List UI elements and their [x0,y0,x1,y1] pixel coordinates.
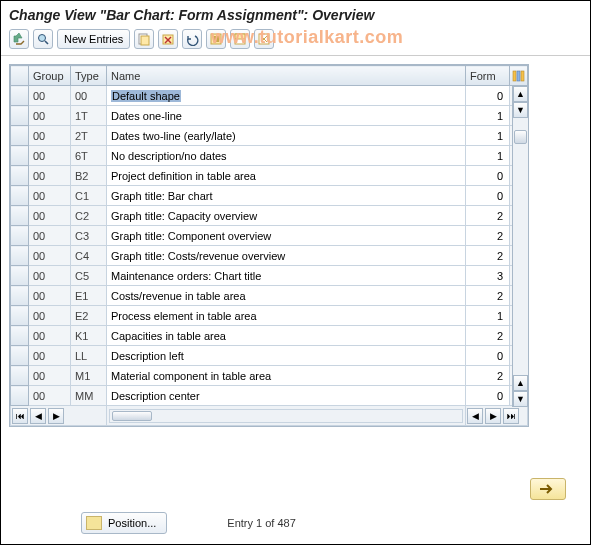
cell-type[interactable]: 2T [71,126,107,146]
cell-name[interactable]: Costs/revenue in table area [107,286,466,306]
select-all-icon[interactable] [206,29,226,49]
cell-name[interactable]: Graph title: Component overview [107,226,466,246]
cell-form[interactable]: 1 [466,106,510,126]
row-selector[interactable] [11,86,29,106]
cell-form[interactable]: 0 [466,346,510,366]
row-selector[interactable] [11,266,29,286]
hscroll-left-icon[interactable]: ◀ [30,408,46,424]
row-selector[interactable] [11,326,29,346]
cell-name[interactable]: Process element in table area [107,306,466,326]
cell-group[interactable]: 00 [29,106,71,126]
cell-group[interactable]: 00 [29,326,71,346]
cell-name[interactable]: Graph title: Capacity overview [107,206,466,226]
new-entries-button[interactable]: New Entries [57,29,130,49]
cell-type[interactable]: E1 [71,286,107,306]
configure-columns-icon[interactable] [510,66,528,86]
cell-name[interactable]: No description/no dates [107,146,466,166]
row-selector[interactable] [11,126,29,146]
row-selector[interactable] [11,366,29,386]
cell-type[interactable]: C1 [71,186,107,206]
cell-type[interactable]: MM [71,386,107,406]
cell-type[interactable]: K1 [71,326,107,346]
col-name[interactable]: Name [107,66,466,86]
row-selector[interactable] [11,206,29,226]
cell-form[interactable]: 1 [466,146,510,166]
row-selector[interactable] [11,346,29,366]
col-form[interactable]: Form [466,66,510,86]
hscroll-last-icon[interactable]: ⏭ [503,408,519,424]
cell-type[interactable]: M1 [71,366,107,386]
cell-name[interactable]: Dates two-line (early/late) [107,126,466,146]
row-selector[interactable] [11,106,29,126]
cell-form[interactable]: 0 [466,186,510,206]
cell-group[interactable]: 00 [29,226,71,246]
cell-name[interactable]: Capacities in table area [107,326,466,346]
vscroll-up-icon[interactable]: ▲ [513,86,528,102]
cell-type[interactable]: C5 [71,266,107,286]
row-selector[interactable] [11,186,29,206]
position-button[interactable]: Position... [81,512,167,534]
cell-form[interactable]: 2 [466,326,510,346]
row-selector[interactable] [11,306,29,326]
vscroll-down-icon[interactable]: ▼ [513,102,528,118]
row-selector[interactable] [11,166,29,186]
hscroll-right-icon[interactable]: ▶ [48,408,64,424]
cell-group[interactable]: 00 [29,86,71,106]
cell-name[interactable]: Maintenance orders: Chart title [107,266,466,286]
cell-group[interactable]: 00 [29,246,71,266]
cell-form[interactable]: 2 [466,226,510,246]
cell-name[interactable]: Material component in table area [107,366,466,386]
deselect-all-icon[interactable] [254,29,274,49]
cell-name[interactable]: Description left [107,346,466,366]
cell-name[interactable]: Description center [107,386,466,406]
cell-name[interactable]: Project definition in table area [107,166,466,186]
cell-form[interactable]: 0 [466,86,510,106]
cell-group[interactable]: 00 [29,386,71,406]
cell-group[interactable]: 00 [29,306,71,326]
undo-icon[interactable] [182,29,202,49]
cell-type[interactable]: 00 [71,86,107,106]
cell-name[interactable]: Default shape [107,86,466,106]
other-view-icon[interactable] [9,29,29,49]
cell-form[interactable]: 1 [466,126,510,146]
delete-icon[interactable] [158,29,178,49]
cell-group[interactable]: 00 [29,286,71,306]
copy-as-icon[interactable] [134,29,154,49]
continue-button[interactable] [530,478,566,500]
vscroll-down2-icon[interactable]: ▼ [513,391,528,407]
hscroll-left2-icon[interactable]: ◀ [467,408,483,424]
cell-type[interactable]: C4 [71,246,107,266]
cell-group[interactable]: 00 [29,186,71,206]
cell-form[interactable]: 2 [466,366,510,386]
select-all-header[interactable] [11,66,29,86]
cell-type[interactable]: B2 [71,166,107,186]
hscroll-track[interactable] [109,409,463,423]
cell-form[interactable]: 2 [466,246,510,266]
hscroll-thumb[interactable] [112,411,152,421]
cell-type[interactable]: 1T [71,106,107,126]
cell-group[interactable]: 00 [29,206,71,226]
cell-type[interactable]: E2 [71,306,107,326]
find-icon[interactable] [33,29,53,49]
col-type[interactable]: Type [71,66,107,86]
cell-form[interactable]: 2 [466,206,510,226]
cell-form[interactable]: 0 [466,166,510,186]
vscroll-thumb[interactable] [514,130,527,144]
select-block-icon[interactable] [230,29,250,49]
cell-group[interactable]: 00 [29,126,71,146]
cell-type[interactable]: C3 [71,226,107,246]
row-selector[interactable] [11,146,29,166]
cell-form[interactable]: 3 [466,266,510,286]
col-group[interactable]: Group [29,66,71,86]
cell-group[interactable]: 00 [29,266,71,286]
row-selector[interactable] [11,386,29,406]
cell-name[interactable]: Graph title: Bar chart [107,186,466,206]
row-selector[interactable] [11,226,29,246]
row-selector[interactable] [11,246,29,266]
cell-form[interactable]: 1 [466,306,510,326]
cell-group[interactable]: 00 [29,346,71,366]
cell-type[interactable]: LL [71,346,107,366]
row-selector[interactable] [11,286,29,306]
cell-group[interactable]: 00 [29,166,71,186]
vscroll-track[interactable] [513,118,528,375]
